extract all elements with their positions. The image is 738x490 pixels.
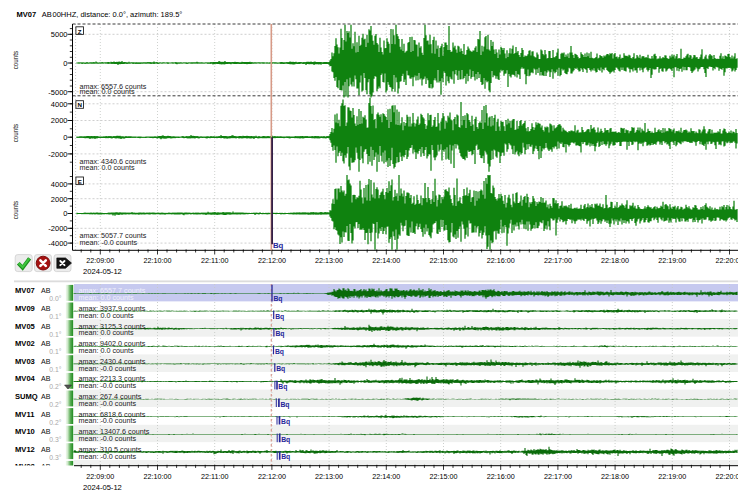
svg-text:N: N	[77, 101, 82, 108]
svg-text:Bq: Bq	[275, 313, 284, 321]
svg-text:0.3°: 0.3°	[49, 436, 61, 443]
svg-text:22:18:00: 22:18:00	[601, 472, 629, 481]
svg-text:E: E	[78, 178, 82, 185]
svg-text:mean: 0.0 counts: mean: 0.0 counts	[80, 87, 136, 96]
svg-text:Bq: Bq	[275, 348, 284, 356]
svg-text:-2000: -2000	[48, 224, 67, 233]
svg-text:22:19:00: 22:19:00	[658, 256, 686, 265]
svg-text:22:14:00: 22:14:00	[372, 256, 400, 265]
svg-text:-5000: -5000	[48, 88, 67, 97]
svg-text:22:10:00: 22:10:00	[144, 472, 172, 481]
svg-text:22:11:00: 22:11:00	[201, 256, 228, 265]
svg-text:2024-05-12: 2024-05-12	[83, 483, 122, 490]
svg-text:22:20:00: 22:20:00	[716, 256, 738, 265]
svg-text:AB: AB	[41, 323, 51, 331]
svg-text:mean: 0.0 counts: mean: 0.0 counts	[79, 346, 135, 355]
svg-text:MV05: MV05	[15, 322, 36, 331]
svg-text:Bq: Bq	[273, 241, 284, 250]
svg-text:mean: -0.0 counts: mean: -0.0 counts	[79, 399, 137, 408]
svg-text:0.1°: 0.1°	[49, 331, 61, 338]
svg-text:0: 0	[63, 209, 67, 218]
svg-text:2000: 2000	[51, 195, 68, 204]
svg-text:0: 0	[63, 59, 67, 68]
svg-text:mean: -0.0 counts: mean: -0.0 counts	[79, 452, 137, 461]
svg-text:0.3°: 0.3°	[49, 454, 61, 461]
svg-text:mean: -0.0 counts: mean: -0.0 counts	[79, 364, 137, 373]
svg-text:22:11:00: 22:11:00	[201, 472, 228, 481]
svg-text:0.1°: 0.1°	[49, 366, 61, 373]
svg-text:mean: 0.0 counts: mean: 0.0 counts	[79, 293, 135, 302]
svg-text:AB: AB	[41, 305, 51, 313]
svg-text:0.2°: 0.2°	[49, 419, 61, 426]
svg-text:mean: 0.0 counts: mean: 0.0 counts	[79, 311, 135, 320]
svg-text:0.2°: 0.2°	[49, 383, 61, 390]
svg-text:counts: counts	[12, 51, 19, 70]
svg-text:0.2°: 0.2°	[49, 401, 61, 408]
svg-text:AB: AB	[41, 375, 51, 383]
svg-text:mean: 0.0 counts: mean: 0.0 counts	[80, 163, 136, 172]
svg-text:Z: Z	[78, 28, 82, 35]
svg-text:Bq: Bq	[281, 436, 290, 444]
svg-text:22:09:00: 22:09:00	[86, 472, 114, 481]
svg-text:MV02: MV02	[15, 339, 35, 348]
svg-text:AB: AB	[41, 340, 51, 348]
svg-text:AB: AB	[41, 287, 51, 295]
svg-text:22:18:00: 22:18:00	[601, 256, 629, 265]
svg-text:AB: AB	[41, 393, 51, 401]
svg-text:0.1°: 0.1°	[49, 348, 61, 355]
svg-text:Bq: Bq	[281, 418, 290, 426]
svg-text:SUMQ: SUMQ	[15, 392, 38, 401]
svg-text:2000: 2000	[51, 116, 68, 125]
svg-text:Bq: Bq	[280, 401, 289, 409]
svg-text:2024-05-12: 2024-05-12	[83, 267, 122, 276]
svg-text:22:19:00: 22:19:00	[658, 472, 686, 481]
svg-text:MV09: MV09	[15, 304, 35, 313]
svg-text:MV07 AB00HHZ, distance: 0.0°,: MV07 AB00HHZ, distance: 0.0°, azimuth: 1…	[17, 10, 183, 19]
svg-text:22:12:00: 22:12:00	[258, 256, 286, 265]
svg-text:4000: 4000	[51, 100, 68, 109]
svg-text:22:16:00: 22:16:00	[487, 256, 515, 265]
svg-text:Bq: Bq	[278, 383, 287, 391]
svg-text:22:16:00: 22:16:00	[487, 472, 515, 481]
svg-text:22:09:00: 22:09:00	[86, 256, 114, 265]
svg-text:counts: counts	[12, 124, 19, 143]
svg-text:22:15:00: 22:15:00	[430, 472, 458, 481]
svg-text:MV03: MV03	[15, 357, 35, 366]
svg-text:Bq: Bq	[275, 330, 284, 338]
svg-text:Bq: Bq	[273, 295, 282, 303]
svg-text:22:13:00: 22:13:00	[315, 472, 343, 481]
svg-text:22:15:00: 22:15:00	[430, 256, 458, 265]
svg-text:22:12:00: 22:12:00	[258, 472, 286, 481]
svg-text:5000: 5000	[51, 30, 68, 39]
svg-text:mean: 0.0 counts: mean: 0.0 counts	[79, 328, 135, 337]
svg-text:MV07: MV07	[15, 286, 35, 295]
svg-text:22:14:00: 22:14:00	[372, 472, 400, 481]
svg-text:MV11: MV11	[15, 410, 35, 419]
svg-text:mean: -0.0 counts: mean: -0.0 counts	[80, 238, 138, 247]
svg-text:-2000: -2000	[48, 150, 67, 159]
svg-text:22:17:00: 22:17:00	[544, 472, 572, 481]
svg-text:0.1°: 0.1°	[49, 313, 61, 320]
svg-text:mean: -0.0 counts: mean: -0.0 counts	[79, 381, 137, 390]
svg-text:mean: -0.0 counts: mean: -0.0 counts	[79, 434, 137, 443]
svg-text:22:13:00: 22:13:00	[315, 256, 343, 265]
svg-text:mean: -0.0 counts: mean: -0.0 counts	[79, 416, 137, 425]
svg-text:4000: 4000	[51, 180, 68, 189]
svg-text:AB: AB	[41, 411, 51, 419]
svg-text:Bq: Bq	[281, 453, 290, 461]
svg-text:MV12: MV12	[15, 445, 35, 454]
svg-text:22:10:00: 22:10:00	[144, 256, 172, 265]
svg-text:0.0°: 0.0°	[49, 295, 61, 302]
svg-text:AB: AB	[41, 446, 51, 454]
svg-text:Bq: Bq	[276, 365, 285, 373]
svg-text:AB: AB	[41, 358, 51, 366]
svg-text:22:17:00: 22:17:00	[544, 256, 572, 265]
svg-text:AB: AB	[41, 428, 51, 436]
svg-text:counts: counts	[12, 201, 19, 220]
svg-text:MV04: MV04	[15, 374, 36, 383]
svg-text:0: 0	[63, 133, 67, 142]
svg-text:22:20:00: 22:20:00	[716, 472, 738, 481]
svg-text:MV10: MV10	[15, 427, 35, 436]
svg-text:-4000: -4000	[48, 239, 67, 248]
